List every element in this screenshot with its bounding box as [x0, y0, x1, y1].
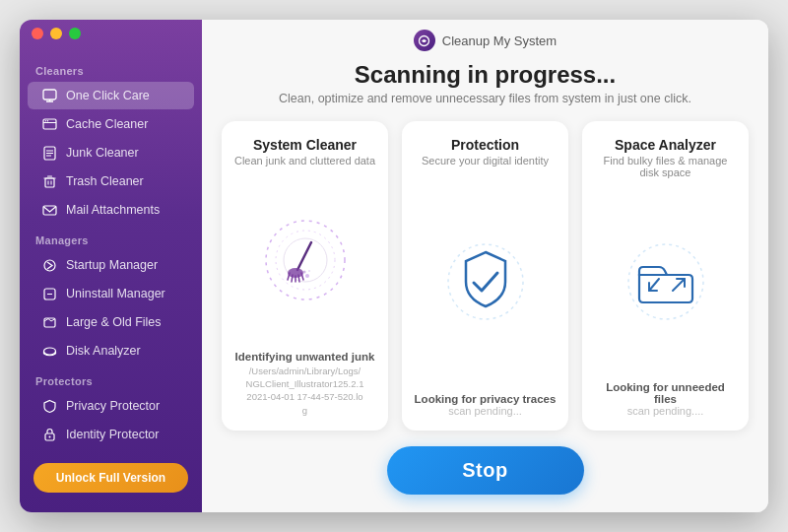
sidebar-label-disk-analyzer: Disk Analyzer [66, 344, 141, 358]
sidebar-label-junk-cleaner: Junk Cleaner [66, 146, 139, 160]
sidebar: Cleaners One Click Care Cache Cleaner Ju… [20, 20, 202, 512]
sidebar-item-disk-analyzer[interactable]: Disk Analyzer [28, 337, 194, 365]
close-button[interactable] [32, 28, 43, 39]
sidebar-item-trash-cleaner[interactable]: Trash Cleaner [28, 167, 194, 195]
stop-button[interactable]: Stop [387, 446, 584, 495]
identity-protector-icon [41, 427, 57, 442]
svg-point-6 [46, 120, 47, 121]
sidebar-spacer [20, 449, 202, 455]
privacy-protector-icon [41, 398, 57, 414]
space-analyzer-title: Space Analyzer [615, 137, 716, 153]
svg-line-33 [292, 275, 293, 282]
uninstall-manager-icon [41, 286, 57, 301]
sidebar-section-protectors: Protectors Privacy Protector Identity Pr… [20, 366, 202, 449]
svg-point-17 [44, 260, 55, 271]
managers-section-label: Managers [20, 225, 202, 250]
protection-subtitle: Secure your digital identity [422, 155, 549, 166]
svg-point-21 [43, 348, 55, 355]
trash-cleaner-icon [41, 173, 57, 189]
titlebar [20, 20, 202, 47]
sidebar-item-identity-protector[interactable]: Identity Protector [28, 421, 194, 448]
junk-cleaner-icon [41, 145, 57, 161]
sidebar-label-identity-protector: Identity Protector [66, 428, 160, 441]
svg-rect-11 [45, 178, 54, 187]
sidebar-section-cleaners: Cleaners One Click Care Cache Cleaner Ju… [20, 55, 202, 225]
sidebar-item-large-old-files[interactable]: Large & Old Files [28, 308, 194, 336]
scanning-title: Scanning in progress... [222, 61, 749, 89]
sidebar-label-uninstall-manager: Uninstall Manager [66, 287, 165, 300]
sidebar-item-startup-manager[interactable]: Startup Manager [28, 251, 194, 279]
cleaners-section-label: Cleaners [20, 55, 202, 81]
app-header: Cleanup My System [202, 20, 768, 57]
large-old-files-icon [41, 314, 57, 330]
cache-cleaner-icon [41, 116, 57, 132]
protection-icon [441, 237, 530, 326]
svg-point-25 [48, 435, 50, 437]
scanning-title-area: Scanning in progress... Clean, optimize … [202, 57, 768, 107]
svg-rect-0 [43, 90, 56, 100]
sidebar-item-privacy-protector[interactable]: Privacy Protector [28, 392, 194, 420]
maximize-button[interactable] [69, 28, 81, 39]
main-content: Cleanup My System Scanning in progress..… [202, 20, 768, 512]
svg-point-39 [308, 270, 310, 272]
protection-pending: scan pending... [448, 405, 522, 417]
space-analyzer-icon [622, 237, 710, 326]
svg-point-37 [305, 274, 309, 278]
sidebar-label-trash-cleaner: Trash Cleaner [66, 174, 144, 188]
scanning-subtitle: Clean, optimize and remove unnecessary f… [222, 92, 749, 105]
unlock-full-version-button[interactable]: Unlock Full Version [33, 463, 188, 493]
sidebar-label-large-old-files: Large & Old Files [66, 315, 162, 329]
stop-button-area: Stop [202, 440, 768, 512]
svg-line-35 [298, 275, 299, 282]
app-icon [414, 30, 435, 51]
sidebar-item-cache-cleaner[interactable]: Cache Cleaner [28, 110, 194, 138]
protection-status: Looking for privacy traces [415, 393, 557, 405]
system-cleaner-card: System Cleaner Clean junk and cluttered … [222, 121, 388, 431]
sidebar-label-privacy-protector: Privacy Protector [66, 399, 160, 413]
space-analyzer-subtitle: Find bulky files & manage disk space [594, 155, 737, 178]
mail-attachments-icon [41, 202, 57, 218]
space-analyzer-card: Space Analyzer Find bulky files & manage… [582, 121, 749, 431]
sidebar-item-mail-attachments[interactable]: Mail Attachments [28, 196, 194, 224]
one-click-care-icon [41, 88, 57, 103]
sidebar-item-junk-cleaner[interactable]: Junk Cleaner [28, 139, 194, 166]
system-cleaner-visual [256, 176, 355, 345]
system-cleaner-animation [256, 211, 355, 309]
sidebar-section-managers: Managers Startup Manager Uninstall Manag… [20, 225, 202, 366]
startup-manager-icon [41, 257, 57, 273]
cards-row: System Cleaner Clean junk and cluttered … [202, 107, 768, 440]
sidebar-label-one-click-care: One Click Care [66, 89, 150, 102]
space-analyzer-visual [622, 188, 710, 375]
svg-point-5 [44, 120, 45, 121]
protectors-section-label: Protectors [20, 366, 202, 391]
protection-visual [441, 176, 530, 387]
minimize-button[interactable] [50, 28, 62, 39]
system-cleaner-title: System Cleaner [253, 137, 357, 153]
sidebar-item-uninstall-manager[interactable]: Uninstall Manager [28, 280, 194, 307]
system-cleaner-detail: /Users/admin/Library/Logs/NGLClient_Illu… [246, 365, 364, 417]
sidebar-label-mail-attachments: Mail Attachments [66, 203, 160, 217]
system-cleaner-status: Identifying unwanted junk [235, 351, 375, 363]
protection-card: Protection Secure your digital identity … [402, 121, 568, 431]
sidebar-item-one-click-care[interactable]: One Click Care [28, 82, 194, 109]
disk-analyzer-icon [41, 343, 57, 359]
svg-point-38 [302, 271, 305, 274]
sidebar-label-cache-cleaner: Cache Cleaner [66, 117, 148, 131]
sidebar-label-startup-manager: Startup Manager [66, 258, 158, 272]
space-analyzer-pending: scan pending.... [627, 405, 704, 417]
space-analyzer-status: Looking for unneeded files [594, 381, 737, 405]
protection-title: Protection [451, 137, 519, 153]
svg-rect-16 [43, 206, 56, 215]
system-cleaner-subtitle: Clean junk and cluttered data [234, 155, 375, 166]
app-window: Cleaners One Click Care Cache Cleaner Ju… [20, 20, 768, 512]
app-name: Cleanup My System [442, 33, 557, 48]
